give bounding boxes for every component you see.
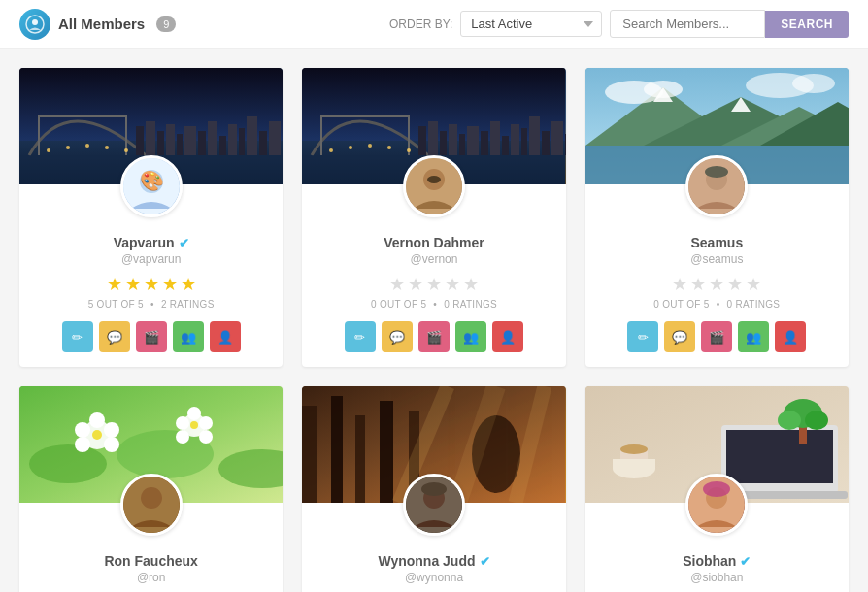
- member-card: Siobhan✔@siobhan★★★★★0 OUT OF 5 • 0 RATI…: [585, 386, 849, 592]
- avatar[interactable]: [403, 474, 465, 536]
- svg-rect-14: [184, 126, 196, 155]
- svg-point-63: [644, 81, 683, 98]
- star[interactable]: ★: [746, 274, 761, 295]
- svg-point-85: [176, 416, 189, 430]
- verified-icon: ✔: [740, 554, 751, 569]
- svg-rect-10: [146, 121, 155, 155]
- svg-point-109: [620, 444, 648, 454]
- media-button[interactable]: 🎬: [136, 321, 167, 352]
- logo-area: All Members 9: [19, 9, 176, 40]
- member-handle: @vapvarun: [34, 252, 268, 266]
- remove-button[interactable]: 👤: [775, 321, 806, 352]
- svg-point-116: [703, 481, 730, 497]
- edit-button[interactable]: ✏: [627, 321, 658, 352]
- member-name[interactable]: Vernon Dahmer: [317, 235, 551, 250]
- star[interactable]: ★: [107, 274, 122, 295]
- member-card: Vernon Dahmer@vernon★★★★★0 OUT OF 5 • 0 …: [302, 68, 565, 367]
- star[interactable]: ★: [144, 274, 159, 295]
- search-button[interactable]: SEARCH: [765, 11, 849, 38]
- search-input[interactable]: [610, 10, 765, 38]
- group-button[interactable]: 👥: [455, 321, 486, 352]
- svg-point-88: [141, 487, 162, 509]
- star[interactable]: ★: [426, 274, 442, 295]
- card-body: Seamus@seamus★★★★★0 OUT OF 5 • 0 RATINGS…: [585, 217, 849, 367]
- svg-point-34: [407, 148, 411, 152]
- svg-point-101: [421, 482, 447, 496]
- svg-rect-43: [502, 136, 509, 155]
- star[interactable]: ★: [162, 274, 178, 295]
- svg-point-71: [117, 430, 214, 478]
- message-button[interactable]: 💬: [99, 321, 130, 352]
- svg-rect-20: [247, 116, 257, 155]
- svg-point-68: [705, 166, 728, 178]
- avatar-area: [302, 474, 565, 536]
- svg-point-76: [104, 437, 119, 452]
- svg-rect-39: [459, 134, 465, 155]
- member-name[interactable]: Siobhan✔: [600, 553, 834, 569]
- svg-rect-40: [467, 126, 479, 155]
- avatar[interactable]: 🎨: [120, 155, 183, 217]
- member-name[interactable]: Ron Faucheux: [34, 553, 268, 569]
- member-name[interactable]: Vapvarun✔: [34, 235, 268, 250]
- member-name[interactable]: Wynonna Judd✔: [317, 553, 551, 569]
- rating-text: 0 OUT OF 5 • 0 RATINGS: [600, 299, 834, 310]
- media-button[interactable]: 🎬: [701, 321, 732, 352]
- avatar[interactable]: [685, 474, 748, 536]
- members-grid: 🎨Vapvarun✔@vapvarun★★★★★5 OUT OF 5 • 2 R…: [19, 68, 849, 592]
- star[interactable]: ★: [709, 274, 724, 295]
- action-buttons: ✏💬🎬👥👤: [317, 321, 551, 352]
- action-buttons: ✏💬🎬👥👤: [34, 321, 268, 352]
- star[interactable]: ★: [408, 274, 423, 295]
- star[interactable]: ★: [389, 274, 405, 295]
- svg-point-82: [199, 416, 213, 430]
- edit-button[interactable]: ✏: [62, 321, 93, 352]
- card-body: Wynonna Judd✔@wynonna★★★★★0 OUT OF 5 • 0…: [302, 536, 565, 592]
- svg-rect-37: [440, 131, 447, 155]
- svg-rect-35: [418, 126, 426, 155]
- order-select[interactable]: Last Active Newest Registered Alphabetic…: [460, 11, 602, 37]
- message-button[interactable]: 💬: [382, 321, 413, 352]
- svg-point-113: [805, 411, 828, 430]
- message-button[interactable]: 💬: [664, 321, 695, 352]
- member-name[interactable]: Seamus: [600, 235, 834, 250]
- svg-point-6: [85, 144, 89, 148]
- card-body: Siobhan✔@siobhan★★★★★0 OUT OF 5 • 0 RATI…: [585, 536, 849, 592]
- member-card: Wynonna Judd✔@wynonna★★★★★0 OUT OF 5 • 0…: [302, 386, 565, 592]
- avatar[interactable]: [403, 155, 465, 217]
- svg-point-8: [124, 148, 128, 152]
- stars-row: ★★★★★: [600, 274, 834, 295]
- svg-rect-21: [259, 131, 267, 155]
- star[interactable]: ★: [463, 274, 479, 295]
- star[interactable]: ★: [672, 274, 687, 295]
- member-handle: @siobhan: [600, 571, 834, 584]
- star[interactable]: ★: [125, 274, 141, 295]
- star[interactable]: ★: [727, 274, 743, 295]
- svg-point-83: [199, 430, 213, 444]
- svg-point-65: [792, 74, 835, 93]
- star[interactable]: ★: [690, 274, 706, 295]
- verified-icon: ✔: [480, 554, 490, 569]
- star[interactable]: ★: [181, 274, 196, 295]
- media-button[interactable]: 🎬: [418, 321, 450, 352]
- svg-point-30: [329, 148, 333, 152]
- site-logo: [19, 9, 50, 40]
- card-body: Ron Faucheux@ron★★★★★0 OUT OF 5 • 0 RATI…: [19, 536, 283, 592]
- group-button[interactable]: 👥: [738, 321, 769, 352]
- avatar[interactable]: [685, 155, 748, 217]
- remove-button[interactable]: 👤: [210, 321, 241, 352]
- stars-row: ★★★★★: [317, 274, 551, 295]
- member-count-badge: 9: [156, 16, 176, 32]
- svg-rect-18: [228, 124, 237, 155]
- member-card: Ron Faucheux@ron★★★★★0 OUT OF 5 • 0 RATI…: [19, 386, 283, 592]
- star[interactable]: ★: [445, 274, 460, 295]
- group-button[interactable]: 👥: [173, 321, 204, 352]
- main-content: 🎨Vapvarun✔@vapvarun★★★★★5 OUT OF 5 • 2 R…: [0, 49, 868, 592]
- svg-point-5: [66, 146, 70, 149]
- edit-button[interactable]: ✏: [345, 321, 376, 352]
- svg-point-31: [349, 146, 352, 149]
- remove-button[interactable]: 👤: [492, 321, 523, 352]
- avatar[interactable]: [120, 474, 183, 536]
- card-body: Vernon Dahmer@vernon★★★★★0 OUT OF 5 • 0 …: [302, 217, 565, 367]
- svg-point-84: [176, 430, 189, 444]
- svg-rect-36: [428, 121, 438, 155]
